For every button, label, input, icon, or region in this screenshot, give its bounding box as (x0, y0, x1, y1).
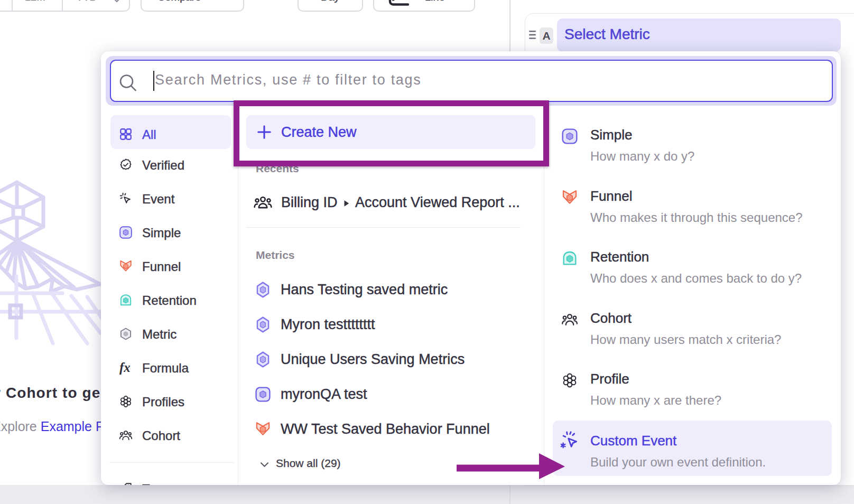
svg-text:fx: fx (119, 361, 131, 375)
